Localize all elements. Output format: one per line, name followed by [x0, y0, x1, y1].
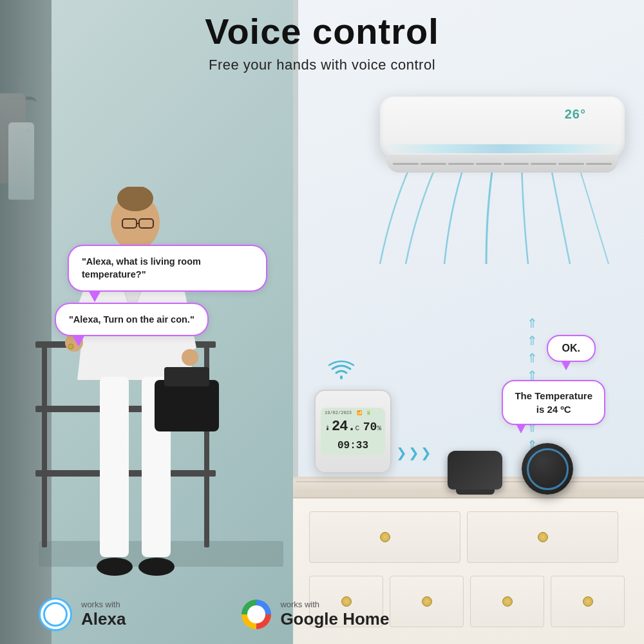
shelf-leg	[42, 341, 47, 547]
sensor-date: 19/02/2023 📶 🔋	[325, 410, 381, 417]
alexa-works-with-label: works with	[81, 600, 126, 609]
ac-display: 26°	[565, 107, 586, 122]
ok-response-bubble: OK.	[547, 335, 596, 362]
vent-line	[586, 163, 612, 165]
header: Voice control Free your hands with voice…	[0, 0, 644, 73]
hanging-clothes-2	[8, 122, 34, 200]
sensor-humidity-value: 70	[363, 419, 377, 435]
temp-bubble-line1: The Temperature	[515, 389, 592, 402]
sensor-date-value: 19/02/2023	[325, 410, 352, 415]
vent-line	[504, 163, 529, 165]
svg-point-11	[138, 558, 175, 576]
svg-point-10	[97, 558, 133, 576]
alexa-brand-name: Alexa	[81, 609, 126, 629]
google-logo-text: works with Google Home	[280, 600, 389, 629]
bubble1-text: "Alexa, what is living room temperature?…	[82, 256, 201, 279]
svg-rect-3	[100, 377, 129, 557]
up-arrow: ⇑	[527, 316, 538, 331]
sensor-time: 09:33	[325, 439, 381, 453]
up-arrow: ⇑	[527, 350, 538, 366]
thermometer-icon: 🌡	[325, 424, 331, 433]
vent-line	[476, 163, 502, 165]
temp-reading: 🌡 24. C	[325, 417, 359, 437]
smart-hub-device	[448, 451, 502, 489]
google-brand-name: Google Home	[280, 609, 389, 629]
wifi-icon	[328, 359, 354, 386]
page-container: Voice control Free your hands with voice…	[0, 0, 644, 644]
coat-rack	[3, 77, 39, 399]
right-arrow: ❯	[421, 445, 431, 460]
vent-line	[393, 163, 419, 165]
temperature-response-bubble: The Temperature is 24 ºC	[502, 380, 605, 425]
google-logo-group: works with Google Home	[242, 600, 389, 629]
alexa-inner-ring	[43, 602, 68, 627]
sensor-device: 19/02/2023 📶 🔋 🌡 24. C 70 % 09:33	[314, 390, 392, 473]
sensor-time-value: 09:33	[337, 440, 368, 451]
up-arrow: ⇑	[527, 333, 538, 348]
vent-line	[421, 163, 446, 165]
ac-vents	[386, 155, 618, 173]
svg-rect-8	[155, 380, 219, 431]
page-subtitle: Free your hands with voice control	[0, 57, 644, 73]
page-title: Voice control	[0, 12, 644, 52]
sensor-screen: 19/02/2023 📶 🔋 🌡 24. C 70 % 09:33	[321, 408, 385, 456]
alexa-speaker-device	[522, 443, 573, 495]
right-arrow: ❯	[408, 445, 419, 460]
vent-line	[448, 163, 474, 165]
vent-line	[558, 163, 584, 165]
drawer-row-1	[293, 498, 644, 569]
google-logo-dot	[242, 600, 271, 629]
sensor-readings: 🌡 24. C 70 %	[325, 417, 381, 437]
humidity-unit: %	[377, 424, 381, 433]
humidity-reading: 70 %	[363, 419, 381, 435]
temp-bubble-line2: is 24 ºC	[515, 402, 592, 416]
ac-body: 26°	[380, 97, 625, 161]
svg-point-7	[182, 349, 198, 366]
bottom-logos: works with Alexa works with Google Home	[0, 598, 644, 631]
drawer-handle	[538, 532, 548, 542]
svg-rect-9	[164, 367, 209, 386]
alexa-logo-text: works with Alexa	[81, 600, 126, 629]
drawer-wide-right	[467, 511, 618, 563]
temp-unit: C	[355, 424, 360, 433]
alexa-logo-circle	[39, 598, 72, 631]
drawer-wide-left	[309, 511, 460, 563]
right-arrow: ❯	[396, 445, 407, 460]
vent-line	[531, 163, 556, 165]
ok-text: OK.	[562, 343, 580, 354]
bubble2-text: "Alexa, Turn on the air con."	[69, 314, 194, 325]
wifi-icon-wrapper	[328, 359, 354, 386]
sensor-temp-value: 24.	[332, 417, 355, 437]
drawer-handle	[380, 532, 390, 542]
speech-bubble-alexa-aircon: "Alexa, Turn on the air con."	[55, 303, 209, 336]
alexa-ring	[527, 448, 569, 490]
ac-unit: 26°	[380, 97, 625, 161]
alexa-logo-group: works with Alexa	[39, 598, 126, 631]
right-arrows-group: ❯ ❯ ❯	[396, 445, 431, 460]
google-inner-dot	[247, 605, 265, 623]
speech-bubble-alexa-temp: "Alexa, what is living room temperature?…	[68, 245, 267, 292]
google-works-with-label: works with	[280, 600, 389, 609]
ac-vent-bar	[380, 144, 625, 153]
